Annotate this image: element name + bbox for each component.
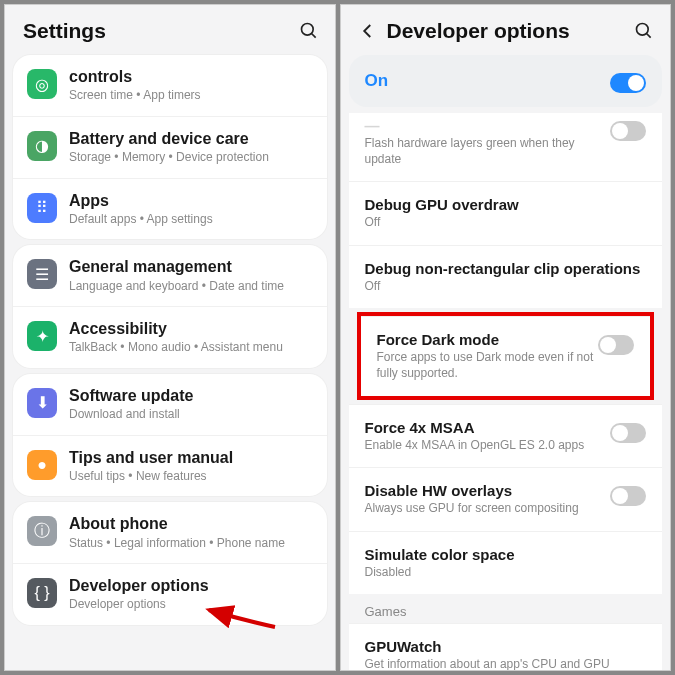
svg-line-1	[311, 34, 315, 38]
general-icon: ☰	[27, 259, 57, 289]
highlight-box: Force Dark modeForce apps to use Dark mo…	[357, 312, 655, 399]
svg-point-0	[301, 24, 313, 36]
settings-header: Settings	[5, 5, 335, 49]
accessibility-icon: ✦	[27, 321, 57, 351]
settings-card: ⬇Software updateDownload and install●Tip…	[13, 374, 327, 497]
settings-item-general[interactable]: ☰General managementLanguage and keyboard…	[13, 245, 327, 306]
item-title: Apps	[69, 191, 313, 210]
option-subtitle: Always use GPU for screen compositing	[365, 501, 611, 517]
about-icon: ⓘ	[27, 516, 57, 546]
option-row[interactable]: Force Dark modeForce apps to use Dark mo…	[361, 316, 651, 395]
option-title: Force 4x MSAA	[365, 419, 611, 436]
section-heading-games: Games	[349, 594, 663, 623]
toggle-switch[interactable]	[610, 423, 646, 443]
tips-icon: ●	[27, 450, 57, 480]
settings-item-battery[interactable]: ◑Battery and device careStorage • Memory…	[13, 116, 327, 178]
search-icon[interactable]	[634, 21, 654, 41]
item-subtitle: Storage • Memory • Device protection	[69, 150, 313, 166]
settings-screen: Settings ◎controlsScreen time • App time…	[4, 4, 336, 671]
item-title: About phone	[69, 514, 313, 533]
page-title: Settings	[23, 19, 299, 43]
item-title: Accessibility	[69, 319, 313, 338]
item-subtitle: Developer options	[69, 597, 313, 613]
settings-item-tips[interactable]: ●Tips and user manualUseful tips • New f…	[13, 435, 327, 497]
settings-item-developer[interactable]: { }Developer optionsDeveloper options	[13, 563, 327, 625]
option-row[interactable]: Debug GPU overdrawOff	[349, 181, 663, 245]
item-title: controls	[69, 67, 313, 86]
controls-icon: ◎	[27, 69, 57, 99]
item-title: General management	[69, 257, 313, 276]
item-subtitle: Default apps • App settings	[69, 212, 313, 228]
search-icon[interactable]	[299, 21, 319, 41]
option-row[interactable]: Force 4x MSAAEnable 4x MSAA in OpenGL ES…	[349, 404, 663, 468]
item-subtitle: Useful tips • New features	[69, 469, 313, 485]
option-subtitle: Enable 4x MSAA in OpenGL ES 2.0 apps	[365, 438, 611, 454]
item-subtitle: Status • Legal information • Phone name	[69, 536, 313, 552]
toggle-switch[interactable]	[610, 121, 646, 141]
battery-icon: ◑	[27, 131, 57, 161]
option-row[interactable]: GPUWatchGet information about an app's C…	[349, 623, 663, 671]
apps-icon: ⠿	[27, 193, 57, 223]
toggle-switch[interactable]	[598, 335, 634, 355]
settings-item-controls[interactable]: ◎controlsScreen time • App timers	[13, 55, 327, 116]
developer-options-screen: Developer options On —Flash hardware lay…	[340, 4, 672, 671]
master-toggle[interactable]	[610, 73, 646, 93]
option-subtitle: Off	[365, 215, 647, 231]
master-toggle-row[interactable]: On	[349, 55, 663, 107]
settings-card: ◎controlsScreen time • App timers◑Batter…	[13, 55, 327, 239]
page-title: Developer options	[387, 19, 635, 43]
settings-item-apps[interactable]: ⠿AppsDefault apps • App settings	[13, 178, 327, 240]
option-row[interactable]: Debug non-rectangular clip operationsOff	[349, 245, 663, 309]
item-title: Tips and user manual	[69, 448, 313, 467]
svg-line-3	[647, 34, 651, 38]
item-subtitle: Screen time • App timers	[69, 88, 313, 104]
dev-header: Developer options	[341, 5, 671, 49]
master-toggle-label: On	[365, 71, 611, 91]
item-subtitle: Language and keyboard • Date and time	[69, 279, 313, 295]
item-subtitle: TalkBack • Mono audio • Assistant menu	[69, 340, 313, 356]
settings-card: ⓘAbout phoneStatus • Legal information •…	[13, 502, 327, 625]
item-subtitle: Download and install	[69, 407, 313, 423]
back-icon[interactable]	[359, 22, 377, 40]
option-title: Debug GPU overdraw	[365, 196, 647, 213]
settings-card: ☰General managementLanguage and keyboard…	[13, 245, 327, 368]
option-subtitle: Flash hardware layers green when they up…	[365, 136, 611, 167]
developer-icon: { }	[27, 578, 57, 608]
option-title: GPUWatch	[365, 638, 647, 655]
option-title: Disable HW overlays	[365, 482, 611, 499]
option-row[interactable]: —Flash hardware layers green when they u…	[349, 113, 663, 181]
settings-item-about[interactable]: ⓘAbout phoneStatus • Legal information •…	[13, 502, 327, 563]
update-icon: ⬇	[27, 388, 57, 418]
option-title: Debug non-rectangular clip operations	[365, 260, 647, 277]
option-row[interactable]: Disable HW overlaysAlways use GPU for sc…	[349, 467, 663, 531]
settings-item-accessibility[interactable]: ✦AccessibilityTalkBack • Mono audio • As…	[13, 306, 327, 368]
item-title: Software update	[69, 386, 313, 405]
item-title: Developer options	[69, 576, 313, 595]
option-subtitle: Off	[365, 279, 647, 295]
toggle-switch[interactable]	[610, 486, 646, 506]
option-row[interactable]: Simulate color spaceDisabled	[349, 531, 663, 595]
svg-point-2	[637, 24, 649, 36]
option-subtitle: Disabled	[365, 565, 647, 581]
option-title: Force Dark mode	[377, 331, 599, 348]
settings-item-update[interactable]: ⬇Software updateDownload and install	[13, 374, 327, 435]
item-title: Battery and device care	[69, 129, 313, 148]
option-subtitle: Force apps to use Dark mode even if not …	[377, 350, 599, 381]
option-subtitle: Get information about an app's CPU and G…	[365, 657, 647, 671]
option-title: Simulate color space	[365, 546, 647, 563]
